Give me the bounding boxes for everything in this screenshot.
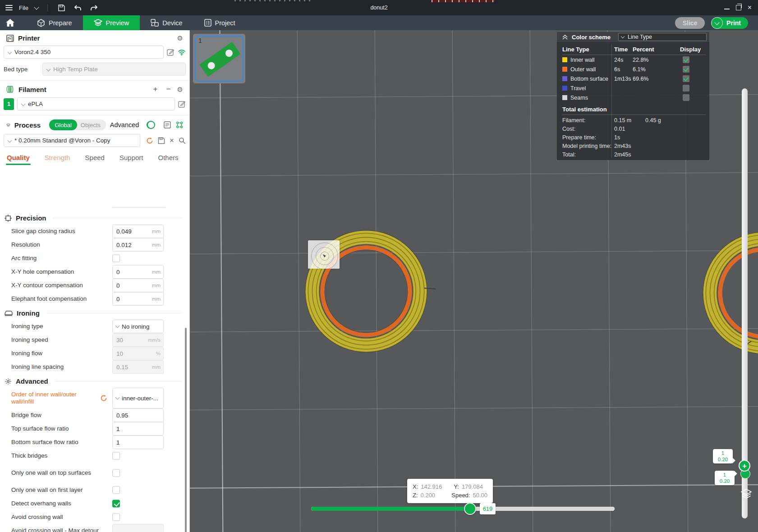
- legend-display-checkbox[interactable]: [683, 56, 689, 63]
- title-bar: File donut2 ×: [0, 0, 758, 15]
- setting-input: 0.15mm: [112, 360, 164, 374]
- add-filament-button[interactable]: +: [151, 85, 160, 94]
- chevron-down-icon: [115, 324, 120, 328]
- preview-layers-icon: [94, 19, 102, 27]
- printer-preset-select[interactable]: Voron2.4 350: [4, 46, 164, 59]
- filament-preset-select[interactable]: ePLA: [17, 97, 175, 110]
- setting-input[interactable]: 0mm: [112, 279, 164, 292]
- setting-row: Ironing flow10%: [0, 347, 189, 360]
- move-slider-track[interactable]: [311, 507, 615, 511]
- print-button[interactable]: Print: [723, 19, 748, 27]
- position-tooltip: X:142.916 Y:179.084 Z:0.200 Speed:50.00: [407, 479, 493, 503]
- legend-label: Inner wall: [570, 57, 614, 63]
- process-tab-speed[interactable]: Speed: [85, 154, 105, 165]
- process-tab-quality[interactable]: Quality: [7, 154, 30, 165]
- process-scope-toggle[interactable]: Global Objects: [49, 119, 106, 130]
- app-window: { "window": { "title": "donut2", "file_m…: [0, 0, 758, 532]
- redo-button[interactable]: [89, 3, 99, 13]
- move-slider-handle[interactable]: [464, 503, 476, 515]
- setting-input[interactable]: 0mm: [112, 265, 164, 279]
- collapse-panel-icon[interactable]: [562, 35, 568, 40]
- setting-row: Ironing line spacing0.15mm: [0, 360, 189, 374]
- filament-edit-button[interactable]: [178, 100, 186, 108]
- plate-thumbnail[interactable]: 1: [193, 34, 245, 83]
- tab-device[interactable]: Device: [140, 15, 193, 30]
- setting-label: Bottom surface flow ratio: [11, 439, 101, 446]
- legend-label: Travel: [570, 85, 614, 92]
- file-menu-chevron-icon[interactable]: [34, 5, 39, 9]
- hamburger-menu-icon[interactable]: [5, 5, 13, 10]
- filament-settings-gear-icon[interactable]: ⚙: [177, 86, 183, 93]
- process-tab-others[interactable]: Others: [158, 154, 179, 165]
- close-button[interactable]: ×: [748, 5, 752, 11]
- legend-time: 24s: [614, 57, 633, 63]
- minimize-button[interactable]: [724, 9, 730, 9]
- setting-row: Resolution0.012mm: [0, 238, 189, 252]
- filament-slot-badge[interactable]: 1: [4, 98, 14, 110]
- slice-button[interactable]: Slice: [675, 17, 705, 29]
- setting-label: Only one wall on top surfaces: [11, 469, 101, 477]
- tab-prepare[interactable]: Prepare: [26, 15, 83, 30]
- setting-label: Ironing type: [11, 323, 101, 330]
- filament-icon: [6, 86, 14, 93]
- setting-input[interactable]: 0.95: [112, 408, 164, 422]
- setting-checkbox[interactable]: [112, 514, 120, 521]
- scope-global[interactable]: Global: [49, 119, 77, 130]
- save-button[interactable]: [57, 3, 67, 13]
- search-preset-icon[interactable]: [179, 137, 186, 144]
- setting-row: Only one wall on top surfaces: [0, 463, 189, 483]
- setting-select[interactable]: inner-outer-...: [112, 388, 164, 408]
- tab-project[interactable]: Project: [193, 15, 246, 30]
- tab-preview[interactable]: Preview: [83, 15, 140, 30]
- undo-button[interactable]: [73, 3, 83, 13]
- setting-input[interactable]: 1: [112, 422, 164, 436]
- delete-preset-icon[interactable]: ×: [170, 137, 174, 144]
- legend-display-checkbox[interactable]: [683, 66, 689, 73]
- layers-view-icon[interactable]: [740, 489, 752, 500]
- legend-display-checkbox[interactable]: [683, 94, 689, 101]
- print-options-chevron-icon[interactable]: [711, 17, 723, 29]
- legend-color-swatch: [562, 67, 567, 72]
- layer-slider-track[interactable]: [742, 88, 748, 518]
- save-preset-icon[interactable]: [158, 137, 165, 144]
- print-button-group[interactable]: Print: [711, 17, 748, 29]
- remove-filament-button[interactable]: −: [164, 85, 173, 94]
- setting-input[interactable]: 1: [112, 436, 164, 449]
- setting-select[interactable]: No ironing: [112, 320, 164, 333]
- setting-checkbox[interactable]: [112, 452, 120, 460]
- legend-display-checkbox[interactable]: [683, 75, 689, 82]
- bed-type-select[interactable]: High Temp Plate: [42, 63, 186, 76]
- printer-settings-gear-icon[interactable]: ⚙: [177, 35, 183, 41]
- file-menu[interactable]: File: [19, 5, 28, 11]
- donut-toolpath-2: [703, 232, 758, 354]
- preview-3d-viewport[interactable]: 1 Color scheme Line Type Line Type Time …: [190, 30, 758, 532]
- layer-slider-upper-handle[interactable]: +: [739, 460, 750, 472]
- setting-checkbox[interactable]: [112, 255, 120, 262]
- maximize-button[interactable]: [736, 5, 741, 10]
- process-tab-support[interactable]: Support: [119, 154, 143, 165]
- setting-input[interactable]: 0.012mm: [112, 238, 164, 252]
- estimation-value: 2m43s: [614, 143, 645, 149]
- reset-setting-icon[interactable]: [100, 394, 107, 402]
- setting-input: 30mm/s: [112, 333, 164, 347]
- setting-checkbox[interactable]: [112, 500, 120, 508]
- scope-objects[interactable]: Objects: [77, 122, 106, 128]
- parameter-table-icon[interactable]: [176, 121, 183, 128]
- setting-input[interactable]: 0mm: [112, 292, 164, 306]
- reset-preset-icon[interactable]: [146, 137, 153, 144]
- setting-checkbox[interactable]: [112, 469, 120, 477]
- process-tab-strength[interactable]: Strength: [45, 154, 70, 165]
- advanced-toggle[interactable]: [147, 121, 155, 129]
- parameter-list-icon[interactable]: [164, 121, 171, 128]
- home-button[interactable]: [0, 15, 20, 30]
- printer-edit-button[interactable]: [167, 48, 175, 56]
- legend-display-checkbox[interactable]: [683, 85, 689, 92]
- settings-scrollbar[interactable]: [185, 328, 187, 532]
- process-preset-select[interactable]: * 0.20mm Standard @Voron - Copy: [4, 134, 140, 147]
- color-scheme-mode-select[interactable]: Line Type: [618, 33, 707, 41]
- setting-input[interactable]: 0.049mm: [112, 225, 164, 238]
- setting-checkbox[interactable]: [112, 486, 120, 494]
- printer-wifi-icon[interactable]: [178, 49, 186, 55]
- device-icon: [151, 19, 159, 27]
- chevron-down-icon: [115, 395, 120, 400]
